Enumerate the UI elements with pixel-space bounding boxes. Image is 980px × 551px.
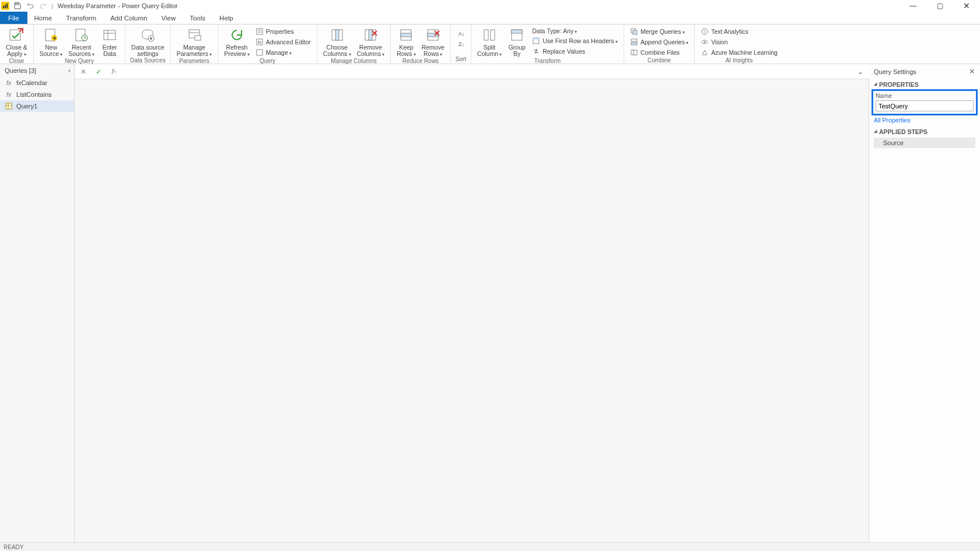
maximize-button[interactable]: ▢	[926, 0, 953, 12]
merge-queries-button[interactable]: Merge Queries	[628, 27, 691, 36]
headers-icon	[532, 37, 540, 45]
query-settings-pane: Query Settings ✕ PROPERTIES Name All Pro…	[869, 64, 980, 542]
keep-rows-button[interactable]: Keep Rows	[394, 26, 418, 58]
enter-data-button[interactable]: Enter Data	[98, 26, 121, 57]
keep-rows-icon	[398, 27, 414, 43]
formula-cancel-button[interactable]: ✕	[78, 66, 89, 77]
svg-rect-4	[16, 3, 19, 5]
table-icon	[5, 102, 13, 110]
manage-button[interactable]: Manage	[253, 48, 313, 57]
svg-rect-20	[257, 29, 262, 34]
undo-icon[interactable]	[26, 1, 35, 10]
new-source-icon: ★	[43, 27, 60, 43]
applied-steps-title: APPLIED STEPS	[874, 128, 975, 135]
tab-tools[interactable]: Tools	[183, 12, 212, 24]
svg-text:Z↓: Z↓	[459, 41, 464, 47]
combine-files-button[interactable]: Combine Files	[628, 48, 691, 57]
status-text: READY	[4, 544, 23, 550]
ribbon-group-ai-insights: TText Analytics Vision Azure Machine Lea…	[695, 24, 783, 64]
quick-access-toolbar	[0, 1, 48, 10]
svg-text:★: ★	[52, 36, 56, 41]
ribbon-group-reduce-rows: Keep Rows Remove Rows Reduce Rows	[391, 24, 451, 64]
applied-steps-section: APPLIED STEPS Source	[869, 126, 980, 150]
svg-rect-33	[401, 33, 411, 37]
formula-commit-button[interactable]: ✓	[93, 66, 104, 77]
ribbon-group-query: Refresh Preview Properties fxAdvanced Ed…	[218, 24, 317, 64]
ribbon-group-parameters: Manage Parameters Parameters	[171, 24, 219, 64]
settings-pane-title: Query Settings	[874, 68, 916, 75]
remove-rows-button[interactable]: Remove Rows	[419, 26, 447, 58]
manage-parameters-icon	[186, 27, 202, 43]
text-analytics-button[interactable]: TText Analytics	[698, 27, 780, 36]
svg-rect-2	[5, 5, 6, 8]
svg-rect-47	[633, 30, 637, 34]
editor-column: ✕ ✓ fx ⌄	[75, 64, 869, 542]
recent-sources-button[interactable]: Recent Sources	[66, 26, 97, 58]
query-item[interactable]: Query1	[0, 100, 74, 112]
choose-columns-button[interactable]: Choose Columns	[321, 26, 354, 58]
refresh-preview-button[interactable]: Refresh Preview	[222, 26, 252, 58]
tab-home[interactable]: Home	[27, 12, 60, 24]
close-apply-icon	[8, 27, 24, 43]
window-controls: — ▢ ✕	[900, 0, 980, 12]
tab-transform[interactable]: Transform	[59, 12, 103, 24]
append-queries-button[interactable]: Append Queries	[628, 37, 691, 47]
formula-fx-icon: fx	[108, 66, 119, 77]
sort-asc-button[interactable]: A↓	[454, 29, 467, 38]
manage-parameters-button[interactable]: Manage Parameters	[174, 26, 215, 58]
applied-step[interactable]: Source	[874, 138, 975, 148]
remove-columns-button[interactable]: Remove Columns	[355, 26, 387, 58]
remove-rows-icon	[425, 27, 441, 43]
settings-pane-close-button[interactable]: ✕	[969, 67, 975, 76]
formula-input[interactable]	[124, 66, 853, 78]
queries-collapse-button[interactable]: ‹	[68, 66, 71, 75]
tab-file[interactable]: File	[0, 12, 27, 24]
workspace: Queries [3] ‹ fxfxCalendarfxListContains…	[0, 64, 980, 542]
properties-button[interactable]: Properties	[253, 27, 313, 36]
first-row-headers-button[interactable]: Use First Row as Headers	[530, 36, 620, 45]
query-item[interactable]: fxListContains	[0, 89, 74, 100]
ribbon-group-close: Close & Apply Close	[0, 24, 34, 64]
merge-icon	[630, 27, 638, 36]
svg-rect-49	[631, 43, 637, 45]
split-column-button[interactable]: Split Column	[475, 26, 504, 58]
svg-rect-25	[257, 50, 262, 55]
properties-section-title: PROPERTIES	[874, 81, 975, 88]
sort-desc-button[interactable]: Z↓	[454, 40, 467, 49]
svg-text:fx: fx	[258, 40, 261, 45]
svg-rect-45	[533, 38, 539, 40]
tab-add-column[interactable]: Add Column	[103, 12, 154, 24]
data-type-button[interactable]: Data Type: Any	[530, 27, 620, 35]
save-icon[interactable]	[13, 1, 22, 10]
tab-help[interactable]: Help	[212, 12, 240, 24]
minimize-button[interactable]: —	[900, 0, 926, 12]
query-item[interactable]: fxfxCalendar	[0, 77, 74, 89]
azure-ml-icon	[701, 48, 709, 57]
svg-rect-41	[491, 30, 495, 40]
group-by-button[interactable]: Group By	[505, 26, 528, 57]
query-item-label: Query1	[16, 103, 37, 110]
replace-values-button[interactable]: Replace Values	[530, 47, 620, 56]
queries-list: fxfxCalendarfxListContainsQuery1	[0, 77, 74, 112]
data-source-settings-icon	[139, 27, 156, 43]
combine-files-icon	[630, 48, 638, 57]
queries-pane-title: Queries [3]	[5, 67, 36, 74]
vision-button[interactable]: Vision	[698, 37, 780, 47]
svg-rect-56	[6, 103, 12, 109]
redo-icon[interactable]	[38, 1, 48, 10]
tab-view[interactable]: View	[155, 12, 183, 24]
formula-expand-button[interactable]: ⌄	[858, 68, 863, 76]
advanced-editor-button[interactable]: fxAdvanced Editor	[253, 37, 313, 47]
function-icon: fx	[5, 90, 13, 99]
split-column-icon	[481, 27, 498, 43]
azure-ml-button[interactable]: Azure Machine Learning	[698, 48, 780, 57]
query-name-input[interactable]	[876, 100, 974, 111]
close-button[interactable]: ✕	[953, 0, 980, 12]
ribbon-group-new-query: ★ New Source Recent Sources Enter Data N…	[34, 24, 125, 64]
close-apply-button[interactable]: Close & Apply	[4, 26, 30, 58]
all-properties-link[interactable]: All Properties	[874, 117, 975, 124]
sort-asc-icon: A↓	[457, 30, 465, 38]
new-source-button[interactable]: ★ New Source	[37, 26, 65, 58]
ribbon-group-sort: A↓ Z↓ Sort	[451, 24, 471, 64]
data-source-settings-button[interactable]: Data source settings	[129, 26, 167, 57]
